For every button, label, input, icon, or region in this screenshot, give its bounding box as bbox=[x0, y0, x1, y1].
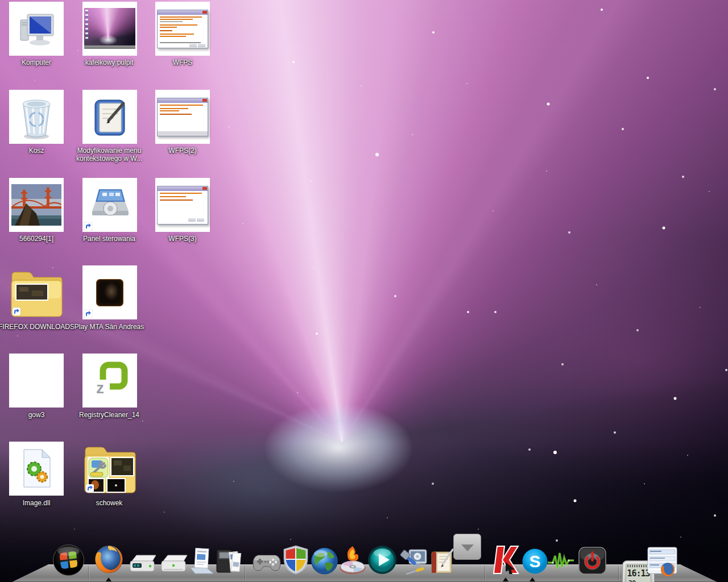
game-controller-icon[interactable] bbox=[252, 553, 282, 576]
gow3-photo bbox=[11, 365, 61, 397]
icon-label: RegistryCleaner_14 bbox=[67, 411, 152, 419]
hidden-icons-button[interactable] bbox=[453, 534, 481, 560]
desktop-icon-kafelkowy-pulpit[interactable] bbox=[82, 2, 137, 56]
golden-gate-photo bbox=[11, 184, 61, 226]
desktop-icon-modyfikowanie[interactable] bbox=[82, 90, 137, 144]
starfield bbox=[0, 0, 1, 1]
icon-label: schowek bbox=[67, 499, 152, 507]
desktop-icon-kosz[interactable] bbox=[9, 90, 64, 144]
dock-separator bbox=[245, 566, 245, 580]
desktop-icon-imagedll[interactable] bbox=[9, 442, 64, 496]
icon-label: kafelkowy pulpit bbox=[67, 59, 152, 66]
icon-label: WFPS(2) bbox=[140, 147, 225, 155]
system-tools-icon[interactable] bbox=[399, 545, 428, 577]
svg-text:z: z bbox=[96, 379, 104, 397]
clock-seconds: 39 bbox=[628, 579, 636, 582]
installer-window-thumbnail bbox=[157, 186, 208, 225]
start-menu-orb-icon[interactable] bbox=[52, 544, 85, 579]
icon-label: Panel sterowania bbox=[67, 235, 152, 243]
shortcut-arrow-icon bbox=[84, 310, 92, 318]
desktop-icon-wfps2[interactable] bbox=[155, 90, 210, 144]
computer-icon bbox=[17, 10, 56, 48]
skype-icon[interactable]: S bbox=[522, 548, 548, 577]
svg-text:S: S bbox=[529, 552, 540, 571]
dock-separator bbox=[485, 566, 485, 580]
installer-window-thumbnail bbox=[157, 98, 208, 136]
desktop-icon-panel-sterowania[interactable] bbox=[82, 178, 137, 232]
icon-label: Play MTA Sàn Andreas bbox=[67, 323, 152, 331]
icon-label: Kosz bbox=[0, 147, 79, 155]
disc-burner-icon[interactable] bbox=[338, 545, 367, 577]
shortcut-arrow-icon bbox=[84, 222, 92, 230]
running-indicator bbox=[503, 577, 508, 581]
external-drive-icon[interactable] bbox=[127, 548, 157, 577]
document-viewer-icon[interactable] bbox=[188, 546, 215, 577]
desktop-icon-gow3[interactable] bbox=[9, 354, 64, 408]
mta-face-icon bbox=[96, 279, 123, 306]
dll-file-icon bbox=[18, 448, 55, 488]
dock-separator bbox=[618, 566, 619, 580]
notes-book-icon[interactable] bbox=[429, 547, 455, 577]
icon-label: Modyfikowanie menu kontekstowego w W... bbox=[69, 147, 149, 163]
running-indicator bbox=[106, 577, 111, 581]
desktop-thumbnail-image bbox=[84, 8, 135, 49]
media-player-icon[interactable] bbox=[367, 545, 397, 577]
desktop-icon-firefox-downloads[interactable] bbox=[9, 265, 64, 319]
desktop-icon-komputer[interactable] bbox=[9, 2, 64, 56]
kaspersky-icon[interactable] bbox=[491, 545, 521, 577]
notepad-pen-icon bbox=[89, 95, 130, 139]
shortcut-arrow-icon bbox=[13, 307, 20, 315]
icon-label: WFPS bbox=[140, 59, 225, 66]
firefox-icon[interactable] bbox=[93, 543, 125, 577]
power-button-icon[interactable] bbox=[578, 547, 606, 577]
audio-visualizer-icon[interactable] bbox=[548, 550, 574, 575]
running-indicator bbox=[530, 577, 535, 581]
desktop-icon-play-mta[interactable] bbox=[82, 265, 137, 319]
firefox-mini-window-icon[interactable] bbox=[660, 562, 676, 580]
dock-separator bbox=[88, 566, 89, 580]
dock: S 16:13 39 bbox=[0, 539, 728, 582]
chevron-down-icon bbox=[461, 544, 474, 551]
security-shield-icon[interactable] bbox=[282, 545, 309, 577]
installer-window-thumbnail bbox=[157, 10, 208, 48]
recycle-bin-icon bbox=[16, 94, 57, 140]
desktop-icon-wfps3[interactable] bbox=[155, 178, 210, 232]
external-drive-icon[interactable] bbox=[159, 548, 188, 577]
desktop-icon-5660294[interactable] bbox=[9, 178, 64, 232]
icon-label: WFPS(3) bbox=[140, 235, 225, 243]
internet-globe-icon[interactable] bbox=[311, 547, 338, 577]
control-panel-icon bbox=[90, 187, 130, 222]
desktop-icon-registrycleaner[interactable]: z bbox=[82, 354, 137, 408]
photo-cabinet-icon[interactable] bbox=[214, 546, 242, 577]
registry-cleaner-logo: z bbox=[92, 361, 128, 398]
desktop-icon-wfps[interactable] bbox=[155, 2, 210, 56]
shortcut-arrow-icon bbox=[86, 484, 94, 492]
desktop-icon-schowek[interactable] bbox=[82, 442, 137, 496]
